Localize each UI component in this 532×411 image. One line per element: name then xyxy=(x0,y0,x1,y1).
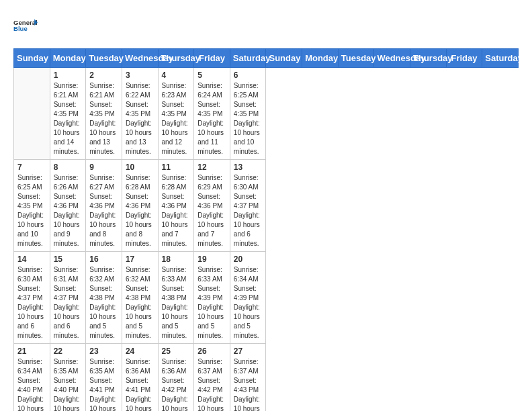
day-info: Sunrise: 6:30 AMSunset: 4:37 PMDaylight:… xyxy=(17,265,46,340)
day-info: Sunrise: 6:26 AMSunset: 4:36 PMDaylight:… xyxy=(54,173,83,248)
day-info: Sunrise: 6:29 AMSunset: 4:36 PMDaylight:… xyxy=(197,173,226,248)
week-row-3: 14Sunrise: 6:30 AMSunset: 4:37 PMDayligh… xyxy=(14,252,519,344)
weekday-header-friday: Friday xyxy=(194,49,230,68)
day-info: Sunrise: 6:35 AMSunset: 4:41 PMDaylight:… xyxy=(89,357,118,411)
calendar-cell: 23Sunrise: 6:35 AMSunset: 4:41 PMDayligh… xyxy=(86,344,122,412)
calendar-cell: 6Sunrise: 6:25 AMSunset: 4:35 PMDaylight… xyxy=(230,68,266,160)
day-info: Sunrise: 6:30 AMSunset: 4:37 PMDaylight:… xyxy=(234,173,263,248)
day-number: 17 xyxy=(126,255,154,264)
weekday-header-thursday: Thursday xyxy=(158,49,194,68)
calendar-cell xyxy=(14,68,50,160)
weekday-header-tuesday: Tuesday xyxy=(86,49,122,68)
page-header: General Blue xyxy=(13,13,519,38)
day-info: Sunrise: 6:37 AMSunset: 4:42 PMDaylight:… xyxy=(197,357,226,411)
day-number: 4 xyxy=(162,71,191,80)
calendar-cell: 7Sunrise: 6:25 AMSunset: 4:35 PMDaylight… xyxy=(14,160,50,252)
day-number: 1 xyxy=(54,71,83,80)
calendar-cell: 8Sunrise: 6:26 AMSunset: 4:36 PMDaylight… xyxy=(50,160,86,252)
day-number: 9 xyxy=(89,163,118,172)
day-info: Sunrise: 6:33 AMSunset: 4:39 PMDaylight:… xyxy=(197,265,226,340)
day-number: 8 xyxy=(54,163,83,172)
day-number: 12 xyxy=(197,163,226,172)
calendar-cell: 2Sunrise: 6:21 AMSunset: 4:35 PMDaylight… xyxy=(86,68,122,160)
weekday-tuesday: Tuesday xyxy=(338,49,374,68)
logo: General Blue xyxy=(13,13,38,38)
day-info: Sunrise: 6:21 AMSunset: 4:35 PMDaylight:… xyxy=(54,81,83,156)
weekday-header-sunday: Sunday xyxy=(14,49,50,68)
day-info: Sunrise: 6:28 AMSunset: 4:36 PMDaylight:… xyxy=(126,173,154,248)
day-number: 16 xyxy=(89,255,118,264)
day-info: Sunrise: 6:32 AMSunset: 4:38 PMDaylight:… xyxy=(89,265,118,340)
day-info: Sunrise: 6:34 AMSunset: 4:40 PMDaylight:… xyxy=(17,357,46,411)
day-info: Sunrise: 6:36 AMSunset: 4:41 PMDaylight:… xyxy=(126,357,154,411)
day-info: Sunrise: 6:34 AMSunset: 4:39 PMDaylight:… xyxy=(234,265,263,340)
calendar-cell: 27Sunrise: 6:37 AMSunset: 4:43 PMDayligh… xyxy=(230,344,266,412)
weekday-sunday: Sunday xyxy=(266,49,302,68)
day-number: 3 xyxy=(126,71,154,80)
day-info: Sunrise: 6:28 AMSunset: 4:36 PMDaylight:… xyxy=(162,173,191,248)
weekday-friday: Friday xyxy=(446,49,482,68)
day-number: 25 xyxy=(162,347,191,356)
weekday-monday: Monday xyxy=(302,49,339,68)
weekday-header-wednesday: Wednesday xyxy=(122,49,158,68)
calendar-cell: 22Sunrise: 6:35 AMSunset: 4:40 PMDayligh… xyxy=(50,344,86,412)
weekday-header-saturday: Saturday xyxy=(230,49,266,68)
day-number: 18 xyxy=(162,255,191,264)
week-row-2: 7Sunrise: 6:25 AMSunset: 4:35 PMDaylight… xyxy=(14,160,519,252)
calendar-table: SundayMondayTuesdayWednesdayThursdayFrid… xyxy=(13,48,519,411)
day-info: Sunrise: 6:27 AMSunset: 4:36 PMDaylight:… xyxy=(89,173,118,248)
day-number: 24 xyxy=(126,347,154,356)
calendar-cell: 18Sunrise: 6:33 AMSunset: 4:38 PMDayligh… xyxy=(158,252,194,344)
day-info: Sunrise: 6:36 AMSunset: 4:42 PMDaylight:… xyxy=(162,357,191,411)
weekday-saturday: Saturday xyxy=(482,49,519,68)
day-number: 27 xyxy=(234,347,263,356)
calendar-cell: 9Sunrise: 6:27 AMSunset: 4:36 PMDaylight… xyxy=(86,160,122,252)
day-number: 21 xyxy=(17,347,46,356)
calendar-cell: 19Sunrise: 6:33 AMSunset: 4:39 PMDayligh… xyxy=(194,252,230,344)
calendar-cell: 24Sunrise: 6:36 AMSunset: 4:41 PMDayligh… xyxy=(122,344,158,412)
day-number: 13 xyxy=(234,163,263,172)
day-info: Sunrise: 6:37 AMSunset: 4:43 PMDaylight:… xyxy=(234,357,263,411)
day-number: 7 xyxy=(17,163,46,172)
day-info: Sunrise: 6:35 AMSunset: 4:40 PMDaylight:… xyxy=(54,357,83,411)
day-info: Sunrise: 6:22 AMSunset: 4:35 PMDaylight:… xyxy=(126,81,154,156)
calendar-cell: 15Sunrise: 6:31 AMSunset: 4:37 PMDayligh… xyxy=(50,252,86,344)
day-number: 20 xyxy=(234,255,263,264)
day-info: Sunrise: 6:32 AMSunset: 4:38 PMDaylight:… xyxy=(126,265,154,340)
weekday-thursday: Thursday xyxy=(410,49,447,68)
calendar-cell: 4Sunrise: 6:23 AMSunset: 4:35 PMDaylight… xyxy=(158,68,194,160)
calendar-cell: 13Sunrise: 6:30 AMSunset: 4:37 PMDayligh… xyxy=(230,160,266,252)
day-info: Sunrise: 6:31 AMSunset: 4:37 PMDaylight:… xyxy=(54,265,83,340)
calendar-cell: 21Sunrise: 6:34 AMSunset: 4:40 PMDayligh… xyxy=(14,344,50,412)
day-number: 19 xyxy=(197,255,226,264)
calendar-cell: 12Sunrise: 6:29 AMSunset: 4:36 PMDayligh… xyxy=(194,160,230,252)
calendar-cell: 11Sunrise: 6:28 AMSunset: 4:36 PMDayligh… xyxy=(158,160,194,252)
calendar-cell: 1Sunrise: 6:21 AMSunset: 4:35 PMDaylight… xyxy=(50,68,86,160)
day-info: Sunrise: 6:25 AMSunset: 4:35 PMDaylight:… xyxy=(234,81,263,156)
day-number: 2 xyxy=(89,71,118,80)
week-row-4: 21Sunrise: 6:34 AMSunset: 4:40 PMDayligh… xyxy=(14,344,519,412)
week-row-1: 1Sunrise: 6:21 AMSunset: 4:35 PMDaylight… xyxy=(14,68,519,160)
day-number: 11 xyxy=(162,163,191,172)
day-info: Sunrise: 6:33 AMSunset: 4:38 PMDaylight:… xyxy=(162,265,191,340)
calendar-cell: 5Sunrise: 6:24 AMSunset: 4:35 PMDaylight… xyxy=(194,68,230,160)
day-number: 22 xyxy=(54,347,83,356)
calendar-cell: 16Sunrise: 6:32 AMSunset: 4:38 PMDayligh… xyxy=(86,252,122,344)
logo-svg: General Blue xyxy=(13,13,38,38)
calendar-cell: 17Sunrise: 6:32 AMSunset: 4:38 PMDayligh… xyxy=(122,252,158,344)
day-number: 10 xyxy=(126,163,154,172)
svg-text:Blue: Blue xyxy=(13,25,28,32)
weekday-wednesday: Wednesday xyxy=(374,49,410,68)
calendar-cell: 3Sunrise: 6:22 AMSunset: 4:35 PMDaylight… xyxy=(122,68,158,160)
day-number: 5 xyxy=(197,71,226,80)
calendar-cell: 25Sunrise: 6:36 AMSunset: 4:42 PMDayligh… xyxy=(158,344,194,412)
calendar-cell: 20Sunrise: 6:34 AMSunset: 4:39 PMDayligh… xyxy=(230,252,266,344)
calendar-cell: 26Sunrise: 6:37 AMSunset: 4:42 PMDayligh… xyxy=(194,344,230,412)
weekday-header-row: SundayMondayTuesdayWednesdayThursdayFrid… xyxy=(14,49,519,68)
day-number: 26 xyxy=(197,347,226,356)
day-number: 6 xyxy=(234,71,263,80)
day-info: Sunrise: 6:23 AMSunset: 4:35 PMDaylight:… xyxy=(162,81,191,156)
calendar-cell: 10Sunrise: 6:28 AMSunset: 4:36 PMDayligh… xyxy=(122,160,158,252)
calendar-cell: 14Sunrise: 6:30 AMSunset: 4:37 PMDayligh… xyxy=(14,252,50,344)
day-number: 14 xyxy=(17,255,46,264)
